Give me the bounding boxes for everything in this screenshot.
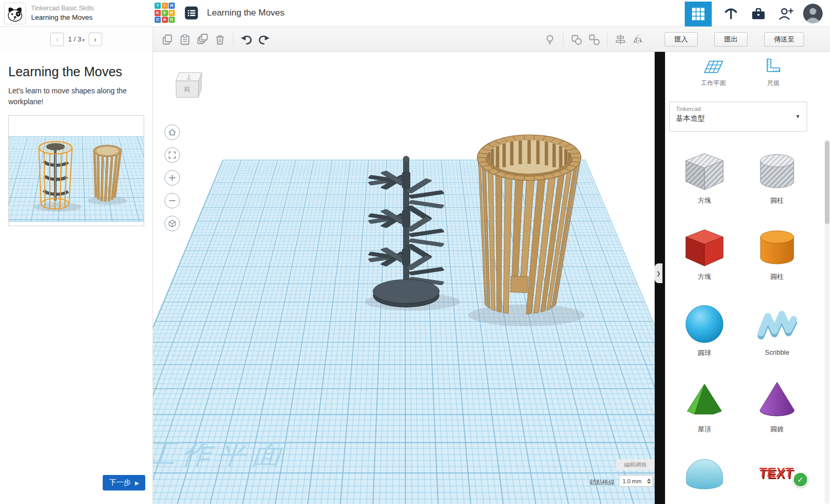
group-button[interactable]: [568, 31, 585, 48]
logo-letter: D: [169, 17, 175, 23]
copy-button[interactable]: [158, 31, 176, 48]
lesson-avatar[interactable]: [4, 3, 26, 24]
header-center: T I N K E R C A D Learning the Moves: [155, 3, 284, 23]
shape-tile-sphere[interactable]: 圓球: [672, 301, 737, 377]
shape-tile-roof[interactable]: 屋頂: [672, 377, 737, 453]
play-icon: ▶: [135, 480, 139, 486]
dashboard-button[interactable]: [685, 2, 712, 26]
shape-library-select[interactable]: Tinkercad 基本造型 ▼: [669, 102, 807, 132]
header-actions: [685, 0, 830, 27]
briefcase-button[interactable]: [750, 6, 767, 21]
logo-letter: A: [162, 17, 168, 23]
align-icon: [614, 33, 627, 46]
send-to-button[interactable]: 傳送至: [764, 32, 804, 47]
duplicate-button[interactable]: [193, 31, 211, 48]
user-avatar[interactable]: [803, 4, 823, 23]
roof-icon: [682, 377, 727, 422]
group-icon: [570, 33, 583, 46]
workplane-watermark: 工作平面: [153, 436, 288, 473]
cylinder-orange-icon: [755, 225, 799, 269]
zoom-in-icon: [168, 173, 177, 183]
paste-button[interactable]: [176, 31, 193, 48]
shape-tile-scribble[interactable]: Scribble: [745, 301, 809, 377]
lesson-breadcrumb: Tinkercad Basic Skills Learning the Move…: [4, 3, 94, 24]
scrollbar-thumb[interactable]: [825, 141, 829, 224]
export-button[interactable]: 匯出: [714, 32, 748, 47]
edit-grid-button[interactable]: 編輯網格: [616, 459, 655, 470]
lesson-title: Learning the Moves: [0, 52, 153, 79]
shape-tile-cylinder-orange[interactable]: 圓柱: [745, 225, 809, 301]
zoom-out-button[interactable]: [164, 193, 180, 208]
tips-button[interactable]: [541, 31, 559, 48]
lesson-thumbnail: [8, 115, 144, 226]
prev-page-button[interactable]: ‹: [50, 33, 64, 46]
logo-letter: T: [155, 3, 161, 9]
library-brand: Tinkercad: [676, 106, 800, 112]
shape-label: 圓柱: [770, 196, 784, 205]
invite-button[interactable]: [778, 6, 794, 21]
library-category: 基本造型: [676, 114, 800, 123]
next-step-button[interactable]: 下一步 ▶: [103, 475, 145, 491]
ruler-tool-label: 尺規: [767, 79, 780, 88]
collapse-panel-button[interactable]: ❯: [655, 263, 662, 283]
breadcrumb-series: Tinkercad Basic Skills: [31, 4, 94, 13]
paste-icon: [178, 33, 191, 46]
mirror-icon: [632, 33, 644, 46]
delete-button[interactable]: [211, 31, 229, 48]
perspective-toggle-button[interactable]: [164, 216, 180, 231]
shape-label: 方塊: [698, 196, 711, 205]
shape-label: 圓球: [698, 348, 711, 358]
mirror-button[interactable]: [629, 31, 647, 48]
next-page-button[interactable]: ›: [89, 33, 102, 46]
shape-tile-cylinder-striped[interactable]: 圓柱: [745, 148, 809, 225]
lesson-list-button[interactable]: [184, 6, 199, 20]
viewcube-front-label: 前: [184, 86, 190, 93]
next-glyph: ›: [94, 35, 96, 44]
page-indicator[interactable]: 1 / 3▾: [68, 35, 84, 43]
cone-icon: [755, 377, 799, 422]
zoom-in-button[interactable]: [164, 170, 180, 186]
undo-button[interactable]: [238, 31, 255, 48]
shape-tile-dome[interactable]: [672, 453, 737, 504]
view-cube[interactable]: 上 前: [169, 66, 208, 103]
lesson-panel: Learning the Moves Let's learn to move s…: [0, 52, 153, 504]
help-badge[interactable]: ✓: [793, 472, 808, 487]
shape-label: 圓錐: [770, 425, 784, 434]
snap-grid-select[interactable]: 1.0 mm: [619, 475, 653, 487]
chevron-right-icon: ❯: [656, 271, 660, 276]
shape-tile-box-striped[interactable]: 方塊: [672, 148, 737, 225]
shape-tile-box-red[interactable]: 方塊: [672, 225, 737, 301]
viewport-3d[interactable]: 工作平面 上 前: [153, 52, 655, 504]
align-button[interactable]: [612, 31, 629, 48]
ungroup-button[interactable]: [585, 31, 603, 48]
check-icon: ✓: [797, 475, 804, 484]
import-button[interactable]: 匯入: [665, 32, 698, 47]
breadcrumb-text: Tinkercad Basic Skills Learning the Move…: [31, 4, 94, 22]
tinkercad-logo[interactable]: T I N K E R C A D: [155, 3, 175, 23]
workplane-tool[interactable]: 工作平面: [701, 57, 726, 88]
toolbar-separator: [233, 33, 233, 46]
toolbar-separator: [563, 33, 563, 46]
shape-tile-cone[interactable]: 圓錐: [745, 377, 809, 453]
pickaxe-icon: [723, 6, 739, 21]
tinkercad-app: Tinkercad Basic Skills Learning the Move…: [0, 0, 830, 504]
home-view-button[interactable]: [164, 124, 180, 140]
logo-letter: R: [169, 10, 175, 16]
arrange-tools-group: [541, 31, 647, 48]
logo-letter: C: [155, 17, 161, 23]
spinner-icon[interactable]: [646, 479, 653, 484]
zoom-out-icon: [168, 196, 177, 205]
user-avatar-icon: [803, 4, 823, 23]
ruler-tool[interactable]: 尺規: [762, 57, 785, 88]
duplicate-icon: [196, 33, 209, 46]
page-caret-icon: ▾: [82, 38, 85, 43]
redo-icon: [258, 33, 270, 46]
redo-button[interactable]: [255, 31, 273, 48]
mine-button[interactable]: [723, 6, 739, 21]
svg-text:TEXT: TEXT: [758, 465, 794, 480]
fit-view-button[interactable]: [164, 147, 180, 163]
perspective-cube-icon: [168, 219, 177, 228]
edit-tools-group: [158, 31, 229, 48]
prev-glyph: ‹: [56, 35, 59, 44]
view-controls: [164, 124, 180, 231]
